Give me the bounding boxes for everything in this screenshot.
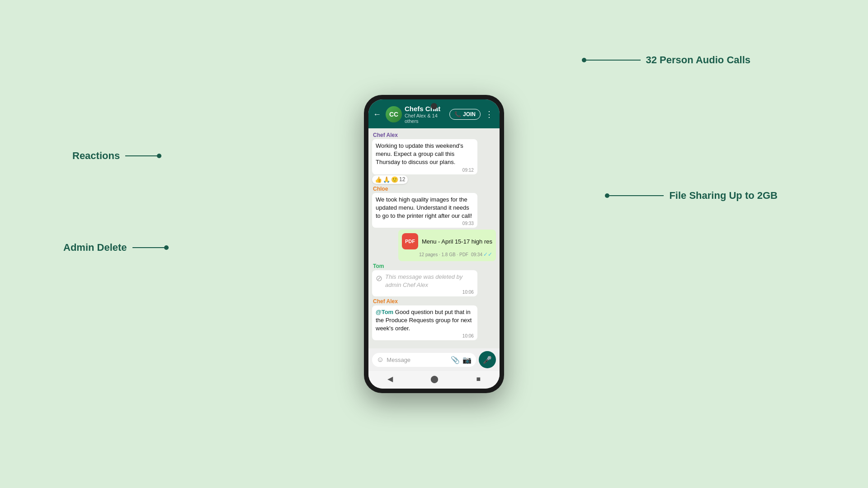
message-input-field[interactable]: ☺ Message 📎 📷 — [372, 353, 476, 367]
back-icon[interactable]: ← — [371, 109, 383, 120]
emoji-icon[interactable]: ☺ — [377, 356, 384, 364]
phone-wrapper: ← CC Chefs Chat Chef Alex & 14 others 📞 … — [364, 95, 504, 393]
message-placeholder: Message — [387, 357, 448, 363]
file-sharing-label: File Sharing Up to 2GB — [669, 190, 778, 202]
home-nav-button[interactable]: ⬤ — [430, 375, 439, 383]
admin-delete-line — [132, 247, 169, 248]
message-text: @Tom Good question but put that in the P… — [376, 308, 474, 333]
list-item: Chef Alex @Tom Good question but put tha… — [372, 298, 477, 341]
admin-delete-label: Admin Delete — [63, 242, 127, 253]
input-bar: ☺ Message 📎 📷 🎤 — [368, 348, 500, 371]
message-bubble: We took high quality images for the upda… — [372, 193, 477, 228]
message-time: 09:33 — [376, 221, 474, 226]
list-item: Chef Alex Working to update this weekend… — [372, 132, 477, 184]
deleted-icon: ⊘ — [376, 273, 382, 283]
list-item: PDF Menu - April 15-17 high res 12 pages… — [398, 230, 496, 261]
file-sharing-dot — [605, 193, 609, 198]
back-nav-button[interactable]: ◀ — [387, 375, 393, 383]
reaction-smile: 🙂 — [391, 176, 398, 183]
deleted-text: This message was deleted by admin Chef A… — [385, 273, 474, 289]
audio-calls-annotation: 32 Person Audio Calls — [582, 54, 750, 66]
header-info[interactable]: Chefs Chat Chef Alex & 14 others — [405, 105, 447, 124]
phone: ← CC Chefs Chat Chef Alex & 14 others 📞 … — [364, 95, 504, 393]
message-text: Working to update this weekend's menu. E… — [376, 142, 474, 167]
group-avatar[interactable]: CC — [386, 106, 402, 122]
input-icons: 📎 📷 — [451, 356, 472, 364]
camera-icon[interactable]: 📷 — [462, 356, 472, 364]
pdf-meta: 12 pages · 1.8 GB · PDF — [419, 252, 468, 257]
deleted-message: ⊘ This message was deleted by admin Chef… — [376, 273, 474, 289]
recents-nav-button[interactable]: ■ — [476, 375, 481, 383]
attach-icon[interactable]: 📎 — [451, 356, 460, 364]
message-bubble: @Tom Good question but put that in the P… — [372, 305, 477, 341]
phone-icon: 📞 — [454, 111, 461, 117]
phone-notch — [431, 103, 437, 109]
message-text: We took high quality images for the upda… — [376, 196, 474, 221]
list-item: Tom ⊘ This message was deleted by admin … — [372, 263, 477, 296]
audio-calls-dot — [582, 58, 586, 62]
pdf-header: PDF Menu - April 15-17 high res — [402, 233, 492, 249]
reaction-count: 12 — [399, 176, 405, 183]
message-reactions[interactable]: 👍 🙏 🙂 12 — [372, 175, 408, 184]
mic-button[interactable]: 🎤 — [479, 351, 496, 368]
file-sharing-line — [609, 195, 664, 196]
reaction-thumbs-up: 👍 — [375, 176, 382, 183]
deleted-message-bubble: ⊘ This message was deleted by admin Chef… — [372, 270, 477, 296]
group-members: Chef Alex & 14 others — [405, 113, 447, 124]
mention-tag: @Tom — [376, 309, 393, 315]
message-ticks: ✓✓ — [483, 251, 492, 258]
file-sharing-annotation: File Sharing Up to 2GB — [605, 190, 778, 202]
chat-area[interactable]: Chef Alex Working to update this weekend… — [368, 128, 500, 348]
group-name: Chefs Chat — [405, 105, 447, 113]
navigation-bar: ◀ ⬤ ■ — [368, 371, 500, 389]
list-item: Chloe We took high quality images for th… — [372, 186, 477, 228]
message-sender: Chloe — [372, 186, 477, 192]
audio-calls-label: 32 Person Audio Calls — [646, 54, 750, 66]
pdf-name: Menu - April 15-17 high res — [422, 238, 492, 245]
message-time: 09:12 — [376, 168, 474, 173]
phone-screen: ← CC Chefs Chat Chef Alex & 14 others 📞 … — [368, 99, 500, 389]
reactions-line — [125, 155, 161, 156]
message-time: 12 pages · 1.8 GB · PDF 09:34 ✓✓ — [402, 251, 492, 258]
more-options-icon[interactable]: ⋮ — [483, 108, 495, 120]
reaction-pray: 🙏 — [383, 176, 390, 183]
message-sender: Tom — [372, 263, 477, 269]
reactions-annotation: Reactions — [72, 150, 161, 162]
audio-calls-line — [586, 60, 641, 61]
message-sender: Chef Alex — [372, 298, 477, 305]
message-time: 10:06 — [376, 333, 474, 338]
message-time: 10:06 — [376, 290, 474, 295]
admin-delete-annotation: Admin Delete — [63, 242, 169, 253]
join-button[interactable]: 📞 JOIN — [449, 109, 481, 120]
message-sender: Chef Alex — [372, 132, 477, 138]
pdf-attachment[interactable]: PDF Menu - April 15-17 high res 12 pages… — [398, 230, 496, 261]
message-bubble: Working to update this weekend's menu. E… — [372, 139, 477, 174]
reactions-label: Reactions — [72, 150, 120, 162]
pdf-icon: PDF — [402, 233, 418, 249]
